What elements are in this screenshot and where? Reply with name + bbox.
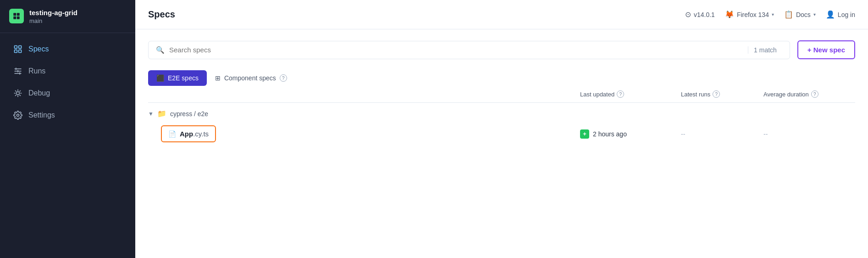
docs-chevron-icon: ▾ xyxy=(813,12,816,17)
file-doc-icon: 📄 xyxy=(168,130,176,138)
component-help-icon[interactable]: ? xyxy=(280,74,287,82)
last-updated-value: 2 hours ago xyxy=(593,130,627,138)
login-item[interactable]: 👤 Log in xyxy=(826,10,855,19)
folder-name: cypress / e2e xyxy=(170,110,208,118)
svg-rect-4 xyxy=(15,45,17,48)
col-avg-duration: Average duration ? xyxy=(763,90,855,98)
search-row: 🔍 1 match + New spec xyxy=(148,40,855,59)
svg-rect-1 xyxy=(17,13,20,16)
latest-runs-cell: -- xyxy=(681,130,763,138)
col-latest-runs: Latest runs ? xyxy=(681,90,763,98)
last-updated-cell: + 2 hours ago xyxy=(580,129,681,139)
debug-icon xyxy=(13,88,23,98)
sidebar-item-runs[interactable]: Runs xyxy=(4,61,132,82)
sidebar-item-settings[interactable]: Settings xyxy=(4,105,132,126)
tab-e2e-label: E2E specs xyxy=(168,74,199,82)
column-headers: Last updated ? Latest runs ? Average dur… xyxy=(148,86,855,103)
added-icon: + xyxy=(580,129,589,139)
browser-label: Firefox 134 xyxy=(737,11,769,18)
sidebar-item-debug[interactable]: Debug xyxy=(4,83,132,104)
specs-icon xyxy=(13,44,23,54)
brand-text: testing-ag-grid main xyxy=(29,8,77,24)
file-tree: ▼ 📁 cypress / e2e 📄 App.cy.ts + 2 h xyxy=(148,103,855,146)
top-bar: Specs ⊙ v14.0.1 🦊 Firefox 134 ▾ 📋 Docs ▾… xyxy=(135,0,868,29)
sidebar: testing-ag-grid main Specs xyxy=(0,0,135,258)
file-name: App.cy.ts xyxy=(180,130,209,138)
svg-rect-7 xyxy=(19,50,22,52)
sidebar-item-label-specs: Specs xyxy=(28,45,49,53)
new-spec-button[interactable]: + New spec xyxy=(797,40,855,59)
brand-logo xyxy=(9,9,24,23)
firefox-icon: 🦊 xyxy=(725,10,734,19)
col-latest-runs-label: Latest runs xyxy=(681,91,710,98)
sidebar-item-label-debug: Debug xyxy=(28,89,50,97)
file-link[interactable]: 📄 App.cy.ts xyxy=(161,125,216,142)
search-box: 🔍 1 match xyxy=(148,41,790,59)
folder-row: ▼ 📁 cypress / e2e xyxy=(148,103,855,122)
sidebar-item-label-settings: Settings xyxy=(28,111,55,119)
latest-runs-help-icon[interactable]: ? xyxy=(713,90,720,98)
sidebar-item-label-runs: Runs xyxy=(28,67,45,75)
tab-e2e-specs[interactable]: ⬛ E2E specs xyxy=(148,70,207,86)
avg-duration-cell: -- xyxy=(763,130,855,138)
sidebar-nav: Specs Runs xyxy=(0,33,135,131)
version-label: v14.0.1 xyxy=(694,11,715,18)
file-extension: .cy.ts xyxy=(193,130,209,138)
search-icon: 🔍 xyxy=(156,46,165,54)
project-branch: main xyxy=(29,17,77,24)
browser-item[interactable]: 🦊 Firefox 134 ▾ xyxy=(725,10,774,19)
version-item[interactable]: ⊙ v14.0.1 xyxy=(685,10,715,19)
cypress-icon: ⊙ xyxy=(685,10,691,19)
svg-rect-5 xyxy=(19,45,22,48)
project-name: testing-ag-grid xyxy=(29,8,77,17)
main-content: Specs ⊙ v14.0.1 🦊 Firefox 134 ▾ 📋 Docs ▾… xyxy=(135,0,868,258)
e2e-tab-icon: ⬛ xyxy=(156,74,164,82)
folder-icon: 📁 xyxy=(157,109,166,118)
match-badge: 1 match xyxy=(748,46,782,54)
svg-point-15 xyxy=(17,114,19,116)
table-row: 📄 App.cy.ts + 2 hours ago -- -- xyxy=(148,122,855,146)
content-area: 🔍 1 match + New spec ⬛ E2E specs ⊞ Compo… xyxy=(135,29,868,258)
top-bar-right: ⊙ v14.0.1 🦊 Firefox 134 ▾ 📋 Docs ▾ 👤 Log… xyxy=(685,10,855,19)
browser-chevron-icon: ▾ xyxy=(772,12,774,17)
search-input[interactable] xyxy=(169,46,743,54)
tab-component-label: Component specs xyxy=(224,74,276,82)
last-updated-help-icon[interactable]: ? xyxy=(617,90,624,98)
avg-duration-help-icon[interactable]: ? xyxy=(811,90,818,98)
folder-collapse-icon[interactable]: ▼ xyxy=(148,111,154,117)
file-item: 📄 App.cy.ts xyxy=(148,125,580,142)
sidebar-item-specs[interactable]: Specs xyxy=(4,39,132,60)
tabs-row: ⬛ E2E specs ⊞ Component specs ? xyxy=(148,70,855,86)
col-avg-duration-label: Average duration xyxy=(763,91,809,98)
brand: testing-ag-grid main xyxy=(0,0,135,33)
svg-rect-2 xyxy=(13,17,16,19)
new-spec-label: + New spec xyxy=(807,46,845,54)
tab-component-specs[interactable]: ⊞ Component specs ? xyxy=(207,70,295,86)
svg-rect-6 xyxy=(15,50,17,52)
docs-icon: 📋 xyxy=(784,10,793,19)
docs-label: Docs xyxy=(796,11,811,18)
col-last-updated-label: Last updated xyxy=(580,91,614,98)
docs-item[interactable]: 📋 Docs ▾ xyxy=(784,10,816,19)
page-title: Specs xyxy=(148,9,175,20)
file-basename: App xyxy=(180,130,193,138)
user-icon: 👤 xyxy=(826,10,835,19)
settings-icon xyxy=(13,110,23,120)
login-label: Log in xyxy=(838,11,855,18)
runs-icon xyxy=(13,66,23,76)
component-tab-icon: ⊞ xyxy=(215,74,221,82)
svg-rect-3 xyxy=(17,17,20,19)
svg-rect-0 xyxy=(13,13,16,16)
svg-point-14 xyxy=(17,91,20,95)
col-last-updated: Last updated ? xyxy=(580,90,681,98)
